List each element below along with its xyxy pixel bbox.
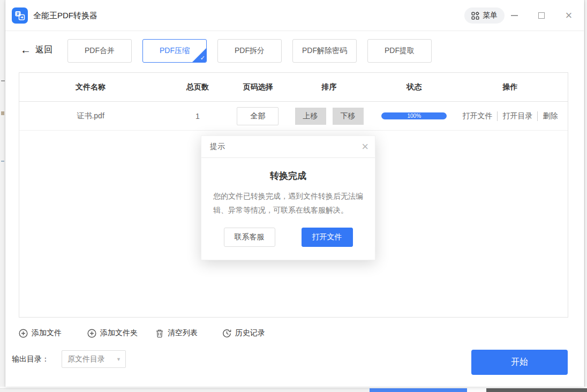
back-button[interactable]: ← 返回	[20, 44, 52, 56]
close-icon: ×	[566, 10, 573, 21]
col-total-pages: 总页数	[162, 82, 233, 92]
plus-circle-icon	[87, 329, 96, 338]
move-down-button[interactable]: 下移	[333, 108, 364, 125]
chevron-down-icon: ▼	[116, 357, 121, 362]
background-window-strip-blue	[370, 388, 467, 392]
dialog-close-icon[interactable]: ×	[362, 140, 368, 153]
tab-pdf-split[interactable]: PDF拆分	[217, 39, 282, 63]
col-file-name: 文件名称	[19, 82, 162, 92]
tab-label: PDF压缩	[160, 46, 190, 56]
tab-pdf-compress[interactable]: PDF压缩 ✓	[142, 39, 207, 63]
minimize-button[interactable]	[509, 10, 520, 21]
close-button[interactable]: ×	[563, 10, 574, 21]
tab-pdf-remove-password[interactable]: PDF解除密码	[292, 39, 357, 63]
table-header: 文件名称 总页数 页码选择 排序 状态 操作	[19, 73, 568, 102]
delete-link[interactable]: 删除	[537, 111, 558, 121]
minimize-icon	[511, 15, 518, 16]
total-pages: 1	[162, 112, 233, 120]
tab-pdf-extract[interactable]: PDF提取	[367, 39, 432, 63]
history-button[interactable]: 历史记录	[222, 325, 265, 342]
trash-icon	[155, 329, 164, 338]
maximize-button[interactable]	[536, 10, 547, 21]
tab-label: PDF合并	[85, 46, 115, 56]
clear-list-label: 清空列表	[168, 328, 198, 338]
dialog-body-text: 您的文件已转换完成，遇到文件转换后无法编辑、异常等情况，可联系在线客服解决。	[213, 189, 363, 217]
progress-value: 100%	[407, 112, 421, 119]
history-clock-icon	[222, 329, 231, 338]
start-button[interactable]: 开始	[471, 350, 568, 375]
window-controls: ×	[509, 0, 574, 31]
open-file-button[interactable]: 打开文件	[302, 228, 353, 247]
col-operations: 操作	[453, 82, 568, 92]
completion-dialog: 提示 × 转换完成 您的文件已转换完成，遇到文件转换后无法编辑、异常等情况，可联…	[201, 135, 375, 260]
col-status: 状态	[376, 82, 453, 92]
clear-list-button[interactable]: 清空列表	[155, 325, 198, 342]
add-file-button[interactable]: 添加文件	[19, 325, 62, 342]
plus-circle-icon	[19, 329, 28, 338]
titlebar: 全能王PDF转换器 菜单 ×	[5, 0, 584, 31]
open-folder-link[interactable]: 打开目录	[497, 111, 532, 121]
back-label: 返回	[35, 44, 52, 56]
background-window-strip-dark	[486, 388, 587, 392]
footer: 输出目录： 原文件目录 ▼ 开始	[5, 345, 584, 378]
nav-row: ← 返回 PDF合并 PDF压缩 ✓ PDF拆分 PDF解除密码 PDF提取	[5, 39, 584, 63]
output-dir-value: 原文件目录	[67, 355, 105, 364]
desktop-edge-right	[584, 0, 587, 392]
tab-label: PDF拆分	[235, 46, 265, 56]
desktop-edge-bottom	[0, 387, 587, 392]
check-icon: ✓	[200, 55, 205, 62]
dialog-buttons: 联系客服 打开文件	[201, 228, 375, 247]
desktop-artifact	[1, 161, 4, 162]
background-window-strip-light	[467, 388, 486, 392]
contact-support-button[interactable]: 联系客服	[224, 228, 275, 247]
open-file-link[interactable]: 打开文件	[462, 111, 492, 121]
tab-label: PDF解除密码	[302, 46, 347, 56]
add-folder-label: 添加文件夹	[100, 328, 138, 338]
maximize-icon	[538, 12, 545, 19]
app-title: 全能王PDF转换器	[33, 0, 97, 31]
apps-grid-icon	[471, 12, 479, 20]
tab-pdf-merge[interactable]: PDF合并	[67, 39, 132, 63]
output-dir-label: 输出目录：	[12, 355, 49, 364]
move-up-button[interactable]: 上移	[295, 108, 326, 125]
tab-label: PDF提取	[385, 46, 415, 56]
add-folder-button[interactable]: 添加文件夹	[87, 325, 138, 342]
col-sort: 排序	[283, 82, 376, 92]
back-arrow-icon: ←	[20, 44, 31, 56]
output-dir-select[interactable]: 原文件目录 ▼	[62, 350, 126, 368]
desktop-artifact	[1, 80, 5, 81]
menu-label: 菜单	[483, 11, 498, 20]
bottom-toolbar: 添加文件 添加文件夹 清空列表 历史记录	[5, 325, 584, 342]
dialog-header: 提示 ×	[201, 136, 375, 158]
history-label: 历史记录	[235, 328, 265, 338]
add-file-label: 添加文件	[32, 328, 62, 338]
file-name: 证书.pdf	[19, 111, 162, 121]
table-row: 证书.pdf 1 全部 上移 下移 100% 打开文件 打开目录 删除	[19, 102, 568, 131]
progress-bar: 100%	[381, 112, 447, 119]
desktop-artifact	[1, 111, 4, 115]
desktop-edge-left	[0, 0, 5, 392]
app-logo-icon	[12, 7, 28, 24]
page-select-button[interactable]: 全部	[237, 107, 279, 125]
menu-button[interactable]: 菜单	[464, 7, 505, 24]
col-page-select: 页码选择	[233, 82, 282, 92]
dialog-title: 转换完成	[201, 170, 375, 182]
app-window: 全能王PDF转换器 菜单 × ← 返回 PDF合并 PDF压缩	[5, 0, 584, 387]
background-window-strip	[0, 388, 370, 392]
dialog-header-label: 提示	[210, 142, 225, 152]
